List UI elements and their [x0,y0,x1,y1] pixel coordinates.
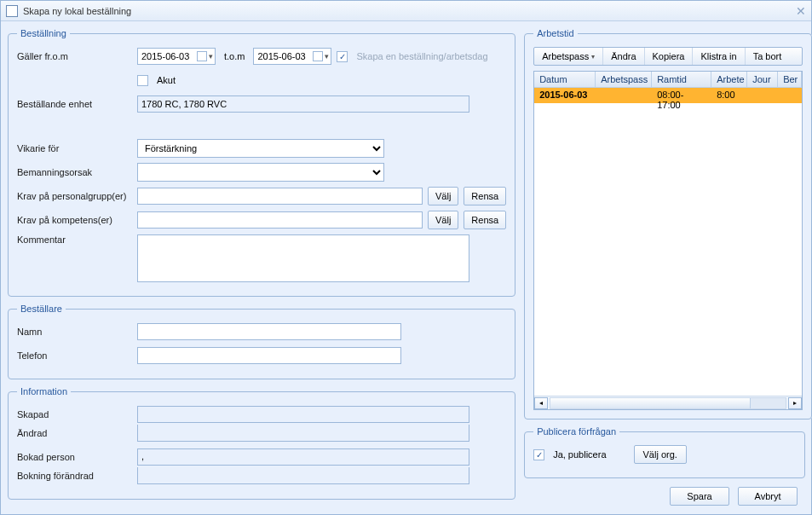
namn-label: Namn [17,327,132,337]
namn-field[interactable] [137,323,401,340]
chevron-down-icon: ▾ [591,53,595,61]
app-icon [6,5,18,17]
dialog-footer: Spara Avbryt [670,487,798,506]
krav-personal-field[interactable] [137,188,423,205]
ja-publicera-checkbox[interactable]: ✓ [533,449,544,460]
telefon-label: Telefon [17,350,132,361]
skapa-per-dag-checkbox: ✓ [337,51,348,62]
close-icon[interactable]: ✕ [796,4,806,18]
krav-kompetens-field[interactable] [137,211,423,229]
horizontal-scrollbar[interactable]: ◂ ▸ [534,396,802,409]
bokad-person-label: Bokad person [17,452,132,462]
grid-header: Datum Arbetspass Ramtid Arbete Jour Ber [534,72,802,88]
grid-body: 2015-06-03 08:00-17:00 8:00 [534,88,802,396]
bestallning-legend: Beställning [17,28,70,38]
skapad-label: Skapad [17,409,132,420]
arbetstid-legend: Arbetstid [533,28,577,38]
kommentar-label: Kommentar [17,234,132,245]
bokad-person-field: , [137,448,469,466]
ja-publicera-label: Ja, publicera [553,449,606,460]
krav-kompetens-label: Krav på kompetens(er) [17,215,132,225]
vikarie-for-select[interactable]: Förstärkning [137,139,384,158]
information-legend: Information [17,386,71,396]
arbetstid-group: Arbetstid Arbetspass▾ Ändra Kopiera Klis… [524,28,812,420]
bestallare-group: Beställare Namn Telefon [8,304,515,379]
window-title: Skapa ny lokal beställning [23,6,131,16]
bestallning-group: Beställning Gäller fr.o.m 2015-06-03 ▾ t… [8,28,515,297]
arbetstid-grid[interactable]: Datum Arbetspass Ramtid Arbete Jour Ber … [533,71,803,410]
personal-valj-button[interactable]: Välj [428,187,458,205]
publicera-group: Publicera förfrågan ✓ Ja, publicera Välj… [524,426,805,478]
publicera-legend: Publicera förfrågan [533,426,619,437]
bemanningsorsak-label: Bemanningsorsak [17,167,132,177]
vikarie-for-label: Vikarie för [17,143,132,153]
spara-button[interactable]: Spara [670,487,729,506]
personal-rensa-button[interactable]: Rensa [464,187,506,205]
chevron-down-icon[interactable]: ▾ [325,52,329,61]
skapa-per-dag-label: Skapa en beställning/arbetsdag [356,51,487,61]
akut-checkbox[interactable] [137,75,148,86]
chevron-down-icon[interactable]: ▾ [209,52,213,61]
titlebar: Skapa ny lokal beställning ✕ [1,1,811,21]
akut-label: Akut [157,75,176,85]
kopiera-button[interactable]: Kopiera [645,48,694,65]
col-arbete[interactable]: Arbete [711,72,747,87]
calendar-icon[interactable] [313,51,323,61]
bokning-forandrad-field [137,467,469,484]
dialog-window: Skapa ny lokal beställning ✕ Beställning… [0,0,812,515]
bemanningsorsak-select[interactable] [137,163,384,182]
telefon-field[interactable] [137,347,401,364]
tom-label: t.o.m [224,51,245,61]
table-row[interactable]: 2015-06-03 08:00-17:00 8:00 [534,88,802,103]
scroll-track[interactable] [550,397,786,409]
bestallare-legend: Beställare [17,304,66,314]
bokning-forandrad-label: Bokning förändrad [17,471,132,481]
avbryt-button[interactable]: Avbryt [738,487,798,506]
bestallande-enhet-field [137,95,469,113]
valj-org-button[interactable]: Välj org. [634,445,687,464]
information-group: Information Skapad Ändrad Bokad person ,… [8,386,515,500]
col-datum[interactable]: Datum [534,72,596,87]
kompetens-rensa-button[interactable]: Rensa [464,211,506,229]
andrad-label: Ändrad [17,428,132,438]
scroll-right-icon[interactable]: ▸ [788,397,802,409]
andra-button[interactable]: Ändra [603,48,644,65]
klistra-in-button[interactable]: Klistra in [693,48,745,65]
arbetstid-toolbar: Arbetspass▾ Ändra Kopiera Klistra in Ta … [533,47,803,66]
bestallande-enhet-label: Beställande enhet [17,99,132,109]
skapad-field [137,406,469,423]
col-ramtid[interactable]: Ramtid [652,72,711,87]
tom-date[interactable]: 2015-06-03 ▾ [253,48,331,65]
galler-from-date[interactable]: 2015-06-03 ▾ [137,48,216,65]
calendar-icon[interactable] [197,51,207,61]
andrad-field [137,425,469,442]
krav-personal-label: Krav på personalgrupp(er) [17,191,132,201]
col-ber[interactable]: Ber [778,72,802,87]
scroll-left-icon[interactable]: ◂ [534,397,548,409]
kommentar-textarea[interactable] [137,234,469,282]
col-jour[interactable]: Jour [747,72,778,87]
col-arbetspass[interactable]: Arbetspass [596,72,652,87]
arbetspass-menu[interactable]: Arbetspass▾ [534,48,603,65]
ta-bort-button[interactable]: Ta bort [746,48,790,65]
scroll-thumb[interactable] [550,398,751,408]
kompetens-valj-button[interactable]: Välj [428,211,458,229]
galler-from-label: Gäller fr.o.m [17,51,132,61]
